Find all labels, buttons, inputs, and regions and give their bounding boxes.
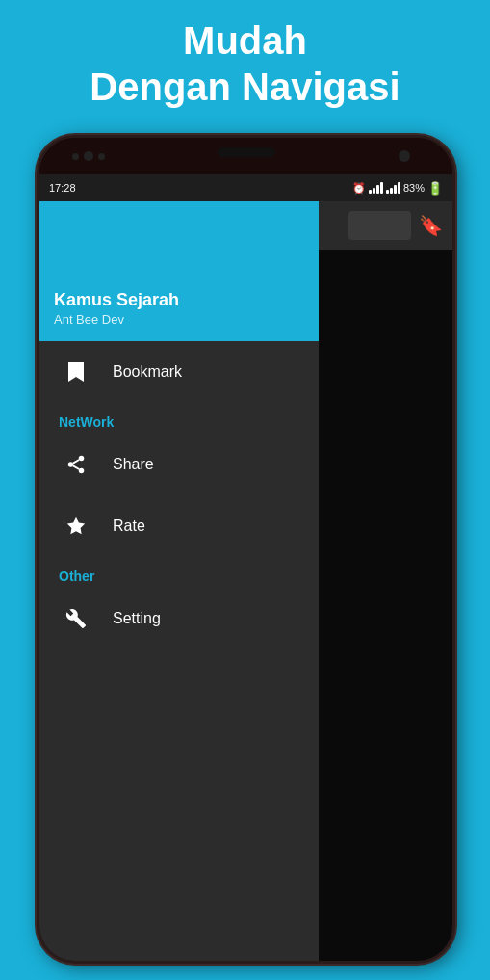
network-section-label: NetWork (39, 403, 319, 434)
camera-dot-3 (98, 153, 105, 160)
phone-cameras-left (72, 151, 105, 161)
battery-percent: 83% (403, 182, 425, 194)
svg-point-1 (68, 462, 74, 467)
status-icons: ⏰ 83% 🔋 (352, 181, 443, 196)
wrench-icon (59, 601, 93, 636)
main-content-area[interactable]: 🔖 (319, 201, 452, 961)
drawer-app-title: Kamus Sejarah (54, 290, 304, 310)
alarm-icon: ⏰ (352, 182, 366, 195)
phone-frame: 17:28 ⏰ 83% (37, 135, 455, 964)
header-line1: Mudah (0, 17, 490, 64)
status-bar: 17:28 ⏰ 83% (39, 174, 452, 201)
drawer-item-rate[interactable]: Rate (39, 495, 319, 557)
front-camera (399, 150, 410, 162)
page-background: Mudah Dengan Navigasi 17:28 ⏰ (0, 0, 490, 127)
signal-bars-1 (369, 182, 383, 194)
camera-dot-1 (72, 153, 79, 160)
camera-dot-2 (84, 151, 93, 161)
drawer-header: Kamus Sejarah Ant Bee Dev (39, 201, 319, 341)
search-bar[interactable] (348, 211, 411, 240)
drawer-app-subtitle: Ant Bee Dev (54, 312, 304, 327)
battery-icon: 🔋 (427, 181, 443, 196)
status-time: 17:28 (49, 182, 76, 194)
bookmark-label: Bookmark (113, 363, 182, 381)
speaker-notch (218, 147, 275, 157)
main-top-bar: 🔖 (319, 201, 452, 250)
svg-line-4 (73, 460, 79, 464)
rate-label: Rate (113, 517, 145, 535)
bookmark-top-icon[interactable]: 🔖 (419, 214, 443, 237)
setting-label: Setting (113, 610, 161, 627)
share-label: Share (113, 456, 154, 473)
rate-icon (59, 509, 93, 543)
drawer-item-bookmark[interactable]: Bookmark (39, 341, 319, 403)
phone-top-bar (39, 138, 452, 174)
svg-point-0 (79, 456, 85, 462)
svg-marker-5 (67, 517, 85, 534)
navigation-drawer[interactable]: Kamus Sejarah Ant Bee Dev Bookmark NetWo… (39, 201, 319, 961)
signal-bars-2 (386, 182, 400, 194)
header-line2: Dengan Navigasi (0, 64, 490, 110)
bookmark-icon (59, 355, 93, 389)
share-icon (59, 447, 93, 482)
other-section-label: Other (39, 557, 319, 588)
drawer-item-share[interactable]: Share (39, 434, 319, 495)
svg-line-3 (73, 465, 79, 469)
svg-point-2 (79, 468, 85, 474)
header-text: Mudah Dengan Navigasi (0, 0, 490, 127)
app-content: Kamus Sejarah Ant Bee Dev Bookmark NetWo… (39, 201, 452, 961)
drawer-item-setting[interactable]: Setting (39, 588, 319, 649)
